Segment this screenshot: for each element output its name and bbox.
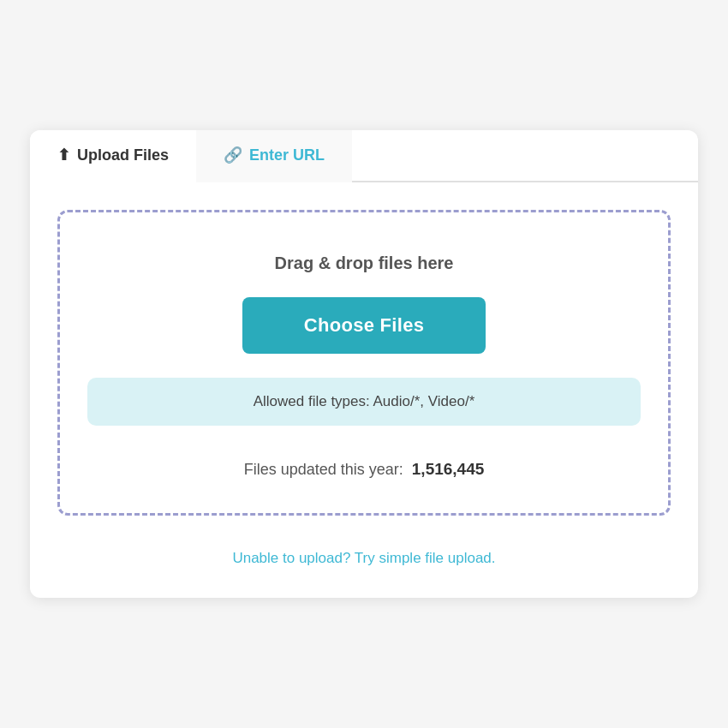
link-icon: 🔗 xyxy=(224,146,242,164)
upload-icon: ⬆ xyxy=(57,146,70,164)
tab-upload-label: Upload Files xyxy=(77,146,169,164)
card-body: Drag & drop files here Choose Files Allo… xyxy=(30,182,698,598)
tab-bar: ⬆ Upload Files 🔗 Enter URL xyxy=(30,130,698,182)
drag-drop-text: Drag & drop files here xyxy=(275,254,454,273)
tab-upload-files[interactable]: ⬆ Upload Files xyxy=(30,130,196,182)
tab-url-label: Enter URL xyxy=(249,146,325,164)
dropzone[interactable]: Drag & drop files here Choose Files Allo… xyxy=(57,210,671,516)
tab-enter-url[interactable]: 🔗 Enter URL xyxy=(196,130,352,182)
simple-upload-footer: Unable to upload? Try simple file upload… xyxy=(57,536,671,570)
upload-card: ⬆ Upload Files 🔗 Enter URL Drag & drop f… xyxy=(30,130,698,598)
files-updated-label: Files updated this year: xyxy=(244,461,403,479)
files-updated-count: 1,516,445 xyxy=(412,460,485,479)
choose-files-button[interactable]: Choose Files xyxy=(242,297,486,354)
files-updated-stats: Files updated this year: 1,516,445 xyxy=(244,450,485,482)
allowed-types-banner: Allowed file types: Audio/*, Video/* xyxy=(87,378,641,426)
simple-upload-link[interactable]: Unable to upload? Try simple file upload… xyxy=(232,550,495,566)
